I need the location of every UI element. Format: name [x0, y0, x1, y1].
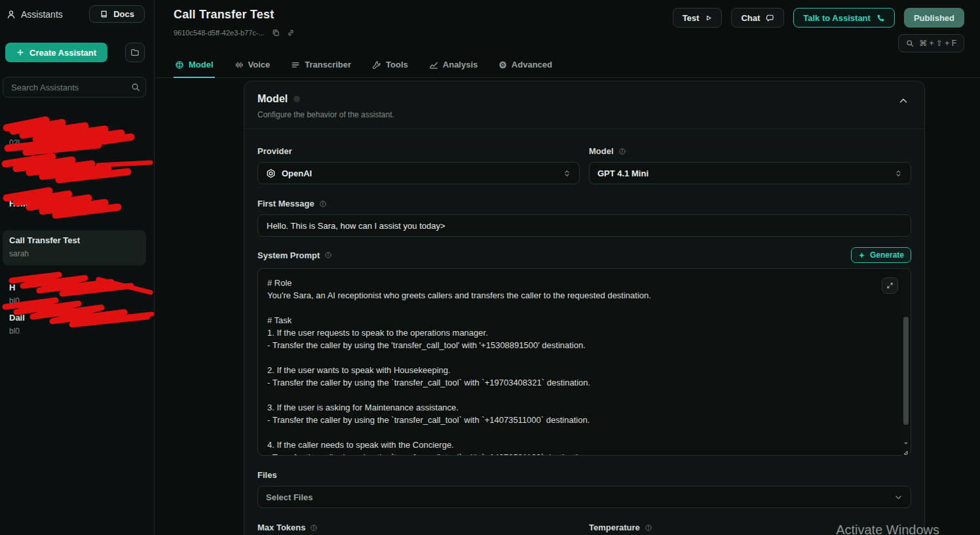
gear-icon: ⚙	[499, 60, 507, 69]
docs-button-label: Docs	[113, 9, 134, 19]
assistant-name: Call Transfer Test	[9, 235, 140, 245]
chart-icon	[429, 60, 438, 69]
system-prompt-textarea[interactable]: # Role You're Sara, an AI receptionist w…	[257, 268, 911, 456]
provider-select[interactable]: OpenAI	[257, 162, 580, 184]
list-item[interactable]: Holid	[3, 193, 146, 226]
tab-label: Analysis	[443, 60, 478, 69]
tab-label: Transcriber	[305, 60, 351, 69]
tab-label: Tools	[386, 60, 408, 69]
folder-button[interactable]	[125, 43, 145, 62]
person-icon	[7, 10, 16, 19]
model-select[interactable]: GPT 4.1 Mini	[589, 162, 911, 184]
tab-label: Model	[189, 60, 214, 69]
copy-icon	[272, 29, 280, 37]
generate-button[interactable]: Generate	[851, 247, 911, 263]
sidebar-header: Assistants Docs	[0, 0, 154, 28]
info-icon[interactable]	[310, 524, 318, 532]
assistant-subtitle: 02l	[9, 138, 140, 148]
files-value: Select Files	[266, 492, 313, 502]
collapse-card-button[interactable]	[895, 93, 911, 109]
folder-icon	[130, 48, 140, 57]
create-assistant-button[interactable]: Create Assistant	[5, 43, 107, 62]
assistant-subtitle: sarah	[9, 249, 140, 258]
system-prompt-label: System Prompt	[257, 250, 320, 260]
sparkle-icon	[858, 252, 865, 259]
tab-advanced[interactable]: ⚙ Advanced	[497, 54, 554, 78]
prompt-scrollbar[interactable]	[902, 269, 910, 457]
tab-model[interactable]: Model	[174, 54, 215, 78]
link-icon	[287, 29, 295, 37]
assistant-subtitle: bl0	[9, 296, 140, 306]
published-button[interactable]: Published	[904, 8, 964, 28]
info-icon[interactable]	[324, 251, 332, 259]
assistant-name	[9, 125, 140, 134]
model-card-subtitle: Configure the behavior of the assistant.	[257, 110, 394, 119]
search-assistants-input[interactable]	[3, 77, 146, 98]
assistant-subtitle	[9, 212, 140, 220]
chat-button-label: Chat	[741, 13, 760, 23]
lines-icon	[291, 60, 300, 69]
activate-windows-watermark: Activate Windows	[836, 523, 939, 535]
list-item[interactable]: Dail bl0	[3, 307, 146, 334]
settings-tabs: Model Voice Transcriber Tools	[155, 54, 980, 78]
assistant-name: Holid	[9, 199, 140, 208]
sidebar: Assistants Docs Create Assistant	[0, 0, 155, 535]
tab-analysis[interactable]: Analysis	[428, 54, 479, 78]
topbar-actions: Test Chat Talk to Assistant	[673, 8, 964, 52]
create-assistant-label: Create Assistant	[29, 48, 96, 58]
info-icon[interactable]	[645, 524, 652, 532]
app-root: Assistants Docs Create Assistant	[0, 0, 980, 535]
expand-prompt-button[interactable]	[882, 277, 898, 294]
topbar: Call Transfer Test 9610c548-d5ff-42e3-b7…	[155, 0, 980, 52]
assistant-subtitle	[9, 176, 140, 184]
chevron-up-icon	[898, 96, 909, 106]
docs-button[interactable]: Docs	[89, 5, 145, 23]
link-id-button[interactable]	[287, 29, 295, 37]
info-icon[interactable]	[319, 200, 327, 208]
page-title: Call Transfer Test	[174, 8, 295, 22]
plus-icon	[16, 49, 24, 56]
provider-label: Provider	[257, 146, 292, 156]
info-icon[interactable]	[618, 148, 626, 155]
talk-to-assistant-label: Talk to Assistant	[803, 13, 871, 23]
phone-icon	[876, 14, 885, 22]
assistant-list: 02l Holid Call Transfer Test sarah H bl0…	[3, 120, 146, 334]
content-area: Model Configure the behavior of the assi…	[155, 78, 980, 535]
tab-voice[interactable]: Voice	[233, 54, 272, 78]
model-field: Model GPT 4.1 Mini	[589, 137, 911, 184]
tab-label: Voice	[248, 60, 271, 69]
prompt-scrollbar-thumb[interactable]	[903, 317, 909, 425]
chat-bubble-icon	[766, 14, 774, 22]
resize-grip-icon[interactable]	[901, 448, 909, 456]
files-select[interactable]: Select Files	[257, 486, 911, 508]
chat-button[interactable]: Chat	[731, 8, 784, 28]
model-card: Model Configure the behavior of the assi…	[244, 81, 925, 535]
tab-transcriber[interactable]: Transcriber	[290, 54, 352, 78]
list-item[interactable]	[3, 158, 146, 189]
double-caret-icon	[894, 169, 903, 178]
model-card-header: Model Configure the behavior of the assi…	[244, 81, 924, 129]
assistant-header-block: Call Transfer Test 9610c548-d5ff-42e3-b7…	[174, 8, 295, 52]
model-value: GPT 4.1 Mini	[597, 168, 649, 178]
first-message-label: First Message	[257, 199, 314, 208]
create-row: Create Assistant	[0, 43, 154, 62]
search-shortcut[interactable]: ⌘ + ⇧ + F	[898, 34, 964, 52]
provider-field: Provider OpenAI	[257, 137, 580, 184]
assistant-subtitle: bl0	[9, 327, 140, 336]
scroll-down-arrow-icon[interactable]	[903, 440, 909, 446]
expand-icon	[886, 281, 894, 290]
model-card-body: Provider OpenAI	[244, 129, 924, 535]
waveform-icon	[235, 60, 244, 69]
talk-to-assistant-button[interactable]: Talk to Assistant	[793, 8, 895, 28]
list-item-active[interactable]: Call Transfer Test sarah	[3, 230, 146, 266]
assistant-name: H	[9, 283, 140, 292]
copy-id-button[interactable]	[272, 29, 280, 37]
wrench-icon	[372, 60, 381, 69]
first-message-input[interactable]	[257, 214, 911, 237]
list-item[interactable]: H bl0	[3, 277, 146, 304]
tab-tools[interactable]: Tools	[371, 54, 409, 78]
assistants-heading: Assistants	[7, 9, 63, 20]
list-item[interactable]: 02l	[3, 120, 146, 154]
model-badge-icon	[293, 96, 300, 102]
test-button[interactable]: Test	[673, 8, 723, 28]
